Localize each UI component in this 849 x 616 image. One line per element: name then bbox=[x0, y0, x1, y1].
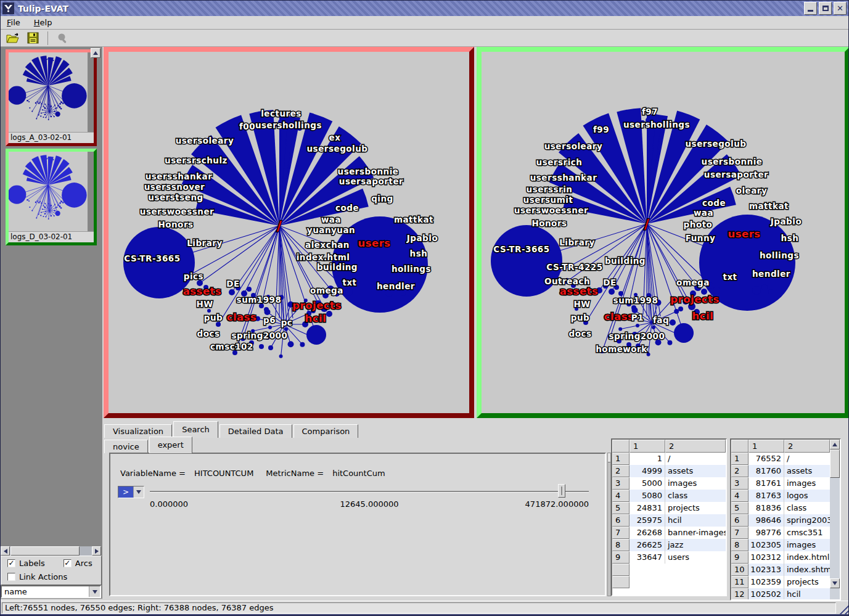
tab-detailed-data[interactable]: Detailed Data bbox=[219, 424, 292, 438]
tab-comparison[interactable]: Comparison bbox=[293, 424, 359, 438]
row-header[interactable]: 4 bbox=[612, 490, 630, 502]
table-row[interactable]: 481763logos bbox=[731, 490, 830, 502]
row-header[interactable]: 2 bbox=[731, 465, 749, 477]
slider-track[interactable] bbox=[150, 491, 589, 493]
node-name-cell[interactable]: cmsc351 bbox=[784, 527, 830, 539]
scrollbar-thumb[interactable] bbox=[830, 450, 840, 478]
table-row[interactable]: 625975hcil bbox=[612, 514, 726, 527]
graph-view-right[interactable]: /f97f99usershollingsusersolearyusersegol… bbox=[477, 47, 849, 418]
metric-value-cell[interactable]: 1 bbox=[630, 453, 665, 465]
subtab-novice[interactable]: novice bbox=[104, 440, 148, 453]
row-header[interactable]: 9 bbox=[612, 551, 630, 564]
zoom-button[interactable] bbox=[54, 31, 72, 46]
node-name-cell[interactable]: / bbox=[784, 453, 830, 465]
row-header[interactable]: 3 bbox=[731, 477, 749, 490]
metric-value-cell[interactable]: 102313 bbox=[749, 564, 784, 576]
slider-handle[interactable] bbox=[558, 484, 565, 498]
maximize-button[interactable] bbox=[819, 2, 832, 15]
table-row[interactable]: 581836class bbox=[731, 502, 830, 514]
tab-visualization[interactable]: Visualization bbox=[104, 424, 172, 438]
row-header[interactable]: 7 bbox=[731, 527, 749, 539]
row-header[interactable]: 2 bbox=[612, 465, 630, 477]
table-row[interactable]: 281760assets bbox=[731, 465, 830, 477]
row-header[interactable]: 1 bbox=[731, 453, 749, 465]
table-row[interactable]: 9102312index.html bbox=[731, 551, 830, 564]
table-row[interactable]: 12102502hcil bbox=[731, 588, 830, 599]
node-name-cell[interactable]: images bbox=[665, 477, 726, 490]
node-name-cell[interactable]: hcil bbox=[665, 514, 726, 527]
checkbox-box[interactable]: ✓ bbox=[7, 559, 15, 567]
column-header[interactable]: 2 bbox=[784, 440, 830, 453]
table-row[interactable]: 826625jazz bbox=[612, 539, 726, 551]
labels-checkbox[interactable]: ✓Labels bbox=[7, 559, 45, 568]
node-name-cell[interactable]: banner-images bbox=[665, 527, 726, 539]
menu-item-file[interactable]: File bbox=[7, 18, 20, 27]
table-row[interactable]: 524831projects bbox=[612, 502, 726, 514]
node-name-cell[interactable]: index.shtml bbox=[784, 564, 830, 576]
metric-value-cell[interactable]: 81763 bbox=[749, 490, 784, 502]
resize-grip[interactable] bbox=[837, 601, 849, 614]
row-header[interactable]: 8 bbox=[731, 539, 749, 551]
node-name-cell[interactable]: / bbox=[665, 453, 726, 465]
scroll-down-button[interactable] bbox=[830, 578, 840, 588]
row-header[interactable]: 6 bbox=[731, 514, 749, 527]
metric-value-cell[interactable]: 5080 bbox=[630, 490, 665, 502]
node-name-cell[interactable]: projects bbox=[665, 502, 726, 514]
table-row[interactable]: 381761images bbox=[731, 477, 830, 490]
minimize-button[interactable] bbox=[804, 2, 817, 15]
row-header[interactable]: 9 bbox=[731, 551, 749, 564]
row-header[interactable]: 6 bbox=[612, 514, 630, 527]
sidebar-horizontal-scrollbar[interactable] bbox=[1, 546, 101, 556]
scrollbar-thumb[interactable] bbox=[10, 546, 80, 556]
table-row[interactable]: 10102313index.shtml bbox=[731, 564, 830, 576]
node-name-cell[interactable]: jazz bbox=[665, 539, 726, 551]
node-name-cell[interactable]: assets bbox=[665, 465, 726, 477]
operator-select[interactable]: > bbox=[118, 486, 144, 498]
table-row[interactable]: 45080class bbox=[612, 490, 726, 502]
node-name-cell[interactable]: images bbox=[784, 477, 830, 490]
metric-value-cell[interactable]: 81760 bbox=[749, 465, 784, 477]
row-header[interactable]: 5 bbox=[612, 502, 630, 514]
node-name-cell[interactable]: users bbox=[665, 551, 726, 564]
node-name-cell[interactable]: spring2003 bbox=[784, 514, 830, 527]
table-row[interactable]: 698646spring2003 bbox=[731, 514, 830, 527]
menu-item-help[interactable]: Help bbox=[34, 18, 52, 27]
metric-value-cell[interactable]: 98776 bbox=[749, 527, 784, 539]
metric-value-cell[interactable]: 102305 bbox=[749, 539, 784, 551]
scroll-up-button[interactable] bbox=[830, 440, 840, 450]
metric-value-cell[interactable]: 102312 bbox=[749, 551, 784, 564]
node-name-cell[interactable]: logos bbox=[784, 490, 830, 502]
metric-value-cell[interactable]: 76552 bbox=[749, 453, 784, 465]
row-header[interactable]: 7 bbox=[612, 527, 630, 539]
node-name-cell[interactable]: images bbox=[784, 539, 830, 551]
node-name-cell[interactable]: class bbox=[665, 490, 726, 502]
table-row[interactable]: 35000images bbox=[612, 477, 726, 490]
operator-select-button[interactable] bbox=[133, 487, 144, 498]
link-actions-checkbox[interactable]: Link Actions bbox=[7, 572, 67, 581]
metric-value-cell[interactable]: 102502 bbox=[749, 588, 784, 599]
row-header[interactable]: 12 bbox=[731, 588, 749, 599]
thumbnail-logs-d[interactable]: logs_D_03-02-01 bbox=[6, 149, 97, 245]
metric-value-cell[interactable]: 81761 bbox=[749, 477, 784, 490]
table-row[interactable]: 11102359projects bbox=[731, 576, 830, 588]
node-name-cell[interactable]: assets bbox=[784, 465, 830, 477]
table-row[interactable]: 726268banner-images bbox=[612, 527, 726, 539]
table-row[interactable]: 8102305images bbox=[731, 539, 830, 551]
metric-value-cell[interactable]: 5000 bbox=[630, 477, 665, 490]
column-header[interactable]: 1 bbox=[630, 440, 665, 453]
checkbox-box[interactable] bbox=[7, 573, 15, 581]
metric-value-cell[interactable]: 33647 bbox=[630, 551, 665, 564]
node-name-cell[interactable]: index.html bbox=[784, 551, 830, 564]
sidebar-scroll-up-button[interactable] bbox=[91, 48, 100, 58]
row-header[interactable]: 11 bbox=[731, 576, 749, 588]
scroll-right-button[interactable] bbox=[92, 546, 101, 556]
table-row[interactable]: 933647users bbox=[612, 551, 726, 564]
table-row[interactable]: 24999assets bbox=[612, 465, 726, 477]
close-button[interactable]: ✕ bbox=[834, 2, 847, 15]
subtab-expert[interactable]: expert bbox=[149, 437, 192, 453]
column-header[interactable]: 1 bbox=[749, 440, 784, 453]
scroll-left-button[interactable] bbox=[1, 546, 10, 556]
column-header[interactable]: 2 bbox=[665, 440, 726, 453]
node-name-cell[interactable]: class bbox=[784, 502, 830, 514]
metric-value-cell[interactable]: 102359 bbox=[749, 576, 784, 588]
